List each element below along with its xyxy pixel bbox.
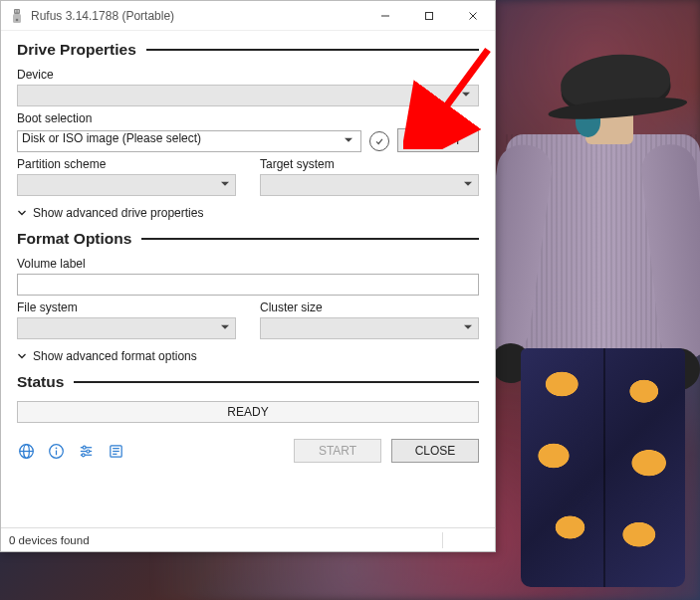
file-system-dropdown[interactable]	[17, 317, 236, 339]
svg-rect-6	[426, 12, 433, 19]
svg-point-4	[16, 18, 19, 21]
close-app-button[interactable]: CLOSE	[391, 439, 479, 463]
svg-rect-1	[15, 10, 16, 13]
close-button[interactable]	[451, 1, 495, 31]
advanced-drive-label: Show advanced drive properties	[33, 206, 203, 220]
svg-rect-2	[18, 10, 19, 13]
target-system-dropdown[interactable]	[260, 174, 479, 196]
progress-bar: READY	[17, 401, 479, 423]
rufus-window: Rufus 3.14.1788 (Portable) Drive Propert…	[0, 0, 496, 552]
svg-rect-3	[13, 14, 21, 23]
section-status: Status	[17, 373, 479, 391]
minimize-button[interactable]	[363, 1, 407, 31]
window-title: Rufus 3.14.1788 (Portable)	[31, 9, 363, 23]
boot-selection-label: Boot selection	[17, 111, 479, 125]
advanced-format-toggle[interactable]: Show advanced format options	[17, 349, 479, 363]
partition-scheme-dropdown[interactable]	[17, 174, 236, 196]
svg-point-18	[86, 449, 89, 452]
svg-rect-0	[14, 9, 20, 14]
start-button[interactable]: START	[294, 439, 381, 463]
cluster-size-label: Cluster size	[260, 300, 479, 314]
device-label: Device	[17, 68, 479, 82]
status-text: READY	[227, 405, 268, 419]
section-title: Status	[17, 373, 64, 391]
info-icon[interactable]	[47, 442, 65, 460]
file-system-label: File system	[17, 300, 236, 314]
globe-icon[interactable]	[17, 442, 35, 460]
svg-point-20	[82, 453, 85, 456]
cluster-size-dropdown[interactable]	[260, 317, 479, 339]
statusbar-devices: 0 devices found	[1, 534, 98, 546]
volume-label-label: Volume label	[17, 257, 479, 271]
maximize-button[interactable]	[407, 1, 451, 31]
device-dropdown[interactable]	[17, 85, 479, 106]
section-title: Format Options	[17, 230, 131, 248]
statusbar: 0 devices found	[1, 527, 495, 551]
select-button-label: SELECT	[415, 133, 462, 147]
advanced-drive-toggle[interactable]: Show advanced drive properties	[17, 206, 479, 220]
verify-icon[interactable]	[369, 131, 389, 151]
game-character	[481, 30, 700, 587]
volume-label-input[interactable]	[17, 274, 479, 296]
boot-selection-value: Disk or ISO image (Please select)	[22, 131, 201, 145]
start-button-label: START	[319, 444, 356, 458]
chevron-down-icon	[17, 208, 27, 218]
select-button[interactable]: SELECT	[397, 128, 479, 152]
section-format-options: Format Options	[17, 230, 479, 248]
partition-scheme-label: Partition scheme	[17, 157, 236, 171]
chevron-down-icon	[17, 351, 27, 361]
titlebar[interactable]: Rufus 3.14.1788 (Portable)	[1, 1, 495, 31]
target-system-label: Target system	[260, 157, 479, 171]
advanced-format-label: Show advanced format options	[33, 349, 197, 363]
svg-point-13	[55, 447, 57, 449]
boot-selection-dropdown[interactable]: Disk or ISO image (Please select)	[17, 130, 361, 152]
close-button-label: CLOSE	[415, 444, 456, 458]
app-icon	[9, 8, 25, 24]
settings-icon[interactable]	[77, 442, 95, 460]
log-icon[interactable]	[107, 442, 124, 460]
svg-point-16	[83, 446, 86, 449]
section-title: Drive Properties	[17, 41, 136, 59]
section-drive-properties: Drive Properties	[17, 41, 479, 59]
